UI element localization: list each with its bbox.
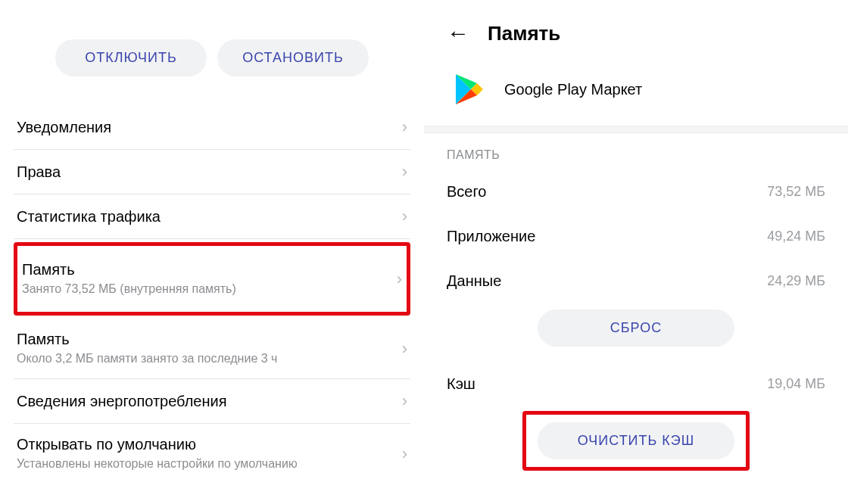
row-permissions[interactable]: Права › xyxy=(14,150,410,194)
separator-bar xyxy=(424,126,848,133)
stop-button[interactable]: ОСТАНОВИТЬ xyxy=(217,39,369,76)
kv-data: Данные 24,29 МБ xyxy=(447,259,825,303)
app-info-pane: ОТКЛЮЧИТЬ ОСТАНОВИТЬ Уведомления › Права… xyxy=(0,0,424,504)
kv-value: 49,24 МБ xyxy=(767,229,825,244)
reset-button-wrap: СБРОС xyxy=(447,303,825,362)
row-title: Сведения энергопотребления xyxy=(17,393,227,410)
kv-value: 19,04 МБ xyxy=(767,376,825,392)
play-store-icon xyxy=(454,73,485,106)
chevron-right-icon: › xyxy=(402,162,407,182)
chevron-right-icon: › xyxy=(402,339,407,359)
row-traffic-stats[interactable]: Статистика трафика › xyxy=(14,194,410,239)
action-button-row: ОТКЛЮЧИТЬ ОСТАНОВИТЬ xyxy=(14,39,410,76)
row-title: Память xyxy=(22,261,236,278)
chevron-right-icon: › xyxy=(402,391,407,411)
disable-button[interactable]: ОТКЛЮЧИТЬ xyxy=(55,39,207,76)
row-storage[interactable]: Память Занято 73,52 МБ (внутренняя памят… xyxy=(19,249,405,309)
kv-cache: Кэш 19,04 МБ xyxy=(447,362,825,406)
settings-list: Уведомления › Права › Статистика трафика… xyxy=(14,105,410,484)
app-row: Google Play Маркет xyxy=(447,56,825,126)
row-subtitle: Занято 73,52 МБ (внутренняя память) xyxy=(22,282,236,297)
row-title: Память xyxy=(17,331,277,348)
clear-cache-button[interactable]: ОЧИСТИТЬ КЭШ xyxy=(538,422,734,459)
back-arrow-icon[interactable]: ← xyxy=(447,22,469,45)
chevron-right-icon: › xyxy=(402,444,407,464)
app-name: Google Play Маркет xyxy=(504,81,642,98)
reset-button[interactable]: СБРОС xyxy=(538,310,734,347)
chevron-right-icon: › xyxy=(397,269,402,289)
section-label: ПАМЯТЬ xyxy=(447,144,825,170)
kv-key: Приложение xyxy=(447,228,535,245)
chevron-right-icon: › xyxy=(402,117,407,137)
chevron-right-icon: › xyxy=(402,207,407,226)
kv-value: 73,52 МБ xyxy=(767,184,825,200)
row-open-default[interactable]: Открывать по умолчанию Установлены некот… xyxy=(14,424,410,484)
kv-key: Данные xyxy=(447,272,501,290)
kv-app: Приложение 49,24 МБ xyxy=(447,214,825,259)
header-bar: ← Память xyxy=(447,11,825,56)
highlight-storage: Память Занято 73,52 МБ (внутренняя памят… xyxy=(14,242,410,316)
kv-value: 24,29 МБ xyxy=(767,273,825,289)
row-title: Уведомления xyxy=(17,119,111,136)
row-memory[interactable]: Память Около 3,2 МБ памяти занято за пос… xyxy=(14,319,410,379)
highlight-clear-cache: ОЧИСТИТЬ КЭШ xyxy=(522,411,750,471)
header-title: Память xyxy=(488,22,560,45)
storage-detail-pane: ← Память Google Play Маркет ПАМЯТЬ Всего… xyxy=(424,0,848,504)
row-subtitle: Установлены некоторые настройки по умолч… xyxy=(17,456,298,471)
row-title: Открывать по умолчанию xyxy=(17,436,298,453)
row-title: Права xyxy=(17,163,61,181)
kv-key: Кэш xyxy=(447,375,475,393)
row-title: Статистика трафика xyxy=(17,208,161,226)
row-subtitle: Около 3,2 МБ памяти занято за последние … xyxy=(17,351,277,366)
kv-key: Всего xyxy=(447,183,486,201)
kv-total: Всего 73,52 МБ xyxy=(447,170,825,214)
row-energy[interactable]: Сведения энергопотребления › xyxy=(14,379,410,424)
row-notifications[interactable]: Уведомления › xyxy=(14,105,410,150)
